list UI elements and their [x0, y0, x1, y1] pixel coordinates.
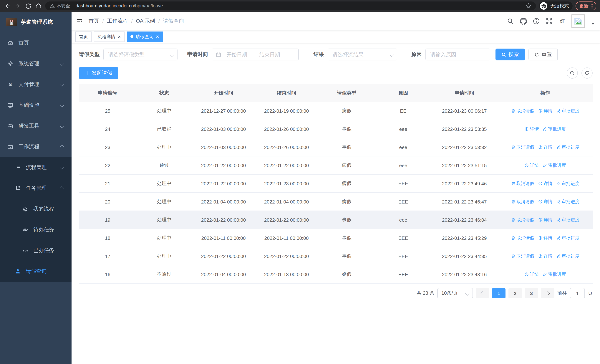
sidebar-item-process-management[interactable]: 流程管理: [0, 157, 72, 178]
dashboard-icon: [7, 40, 13, 46]
help-button[interactable]: [533, 18, 540, 25]
goto-page-input[interactable]: [570, 288, 585, 299]
detail-link[interactable]: 详情: [538, 144, 552, 150]
sidebar-item-my-process[interactable]: 我的流程: [0, 199, 72, 219]
cell-end: 2022-01-26 00:00:00: [255, 144, 318, 150]
breadcrumb-item-home[interactable]: 首页: [89, 18, 99, 24]
approval-progress-link[interactable]: 审批进度: [556, 198, 580, 205]
approval-progress-link[interactable]: 审批进度: [556, 180, 580, 187]
page-size-select[interactable]: [437, 288, 473, 299]
sidebar-item-todo-tasks[interactable]: 待办任务: [0, 219, 72, 240]
action-label: 详情: [544, 253, 552, 259]
reason-label: 原因: [411, 51, 422, 58]
result-select[interactable]: [328, 48, 397, 60]
table-row[interactable]: 21 处理中 2022-01-22 00:00:00 2022-01-23 00…: [79, 175, 593, 193]
cancel-leave-link[interactable]: 取消请假: [511, 108, 534, 114]
close-icon[interactable]: ✕: [117, 35, 121, 39]
detail-link[interactable]: 详情: [525, 126, 539, 132]
prev-page-button[interactable]: [476, 288, 489, 299]
avatar[interactable]: [572, 14, 585, 28]
approval-progress-link[interactable]: 审批进度: [556, 144, 580, 150]
table-row[interactable]: 24 已取消 2022-01-03 00:00:00 2022-01-26 00…: [79, 120, 593, 138]
avatar-caret-icon[interactable]: [591, 23, 595, 25]
browser-menu-dots-icon[interactable]: [591, 3, 593, 8]
detail-link[interactable]: 详情: [538, 217, 552, 223]
detail-link[interactable]: 详情: [538, 108, 552, 114]
font-size-button[interactable]: tT: [559, 18, 566, 25]
cancel-leave-link[interactable]: 取消请假: [511, 198, 534, 205]
cell-start: 2022-01-04 00:00:00: [192, 271, 255, 277]
address-bar[interactable]: 不安全 dashboard.yudao.iocoder.cn/bpm/oa/le…: [45, 1, 536, 10]
approval-progress-link[interactable]: 审批进度: [543, 162, 566, 168]
approval-progress-link[interactable]: 审批进度: [543, 271, 566, 278]
sidebar-item-leave-query[interactable]: 请假查询: [0, 261, 72, 282]
table-row[interactable]: 25 处理中 2021-12-27 00:00:00 2022-01-19 00…: [79, 102, 593, 120]
cancel-leave-link[interactable]: 取消请假: [511, 253, 534, 259]
date-end-input[interactable]: [256, 52, 283, 57]
detail-link[interactable]: 详情: [538, 180, 552, 187]
sidebar-collapse-button[interactable]: [76, 18, 83, 25]
reason-input[interactable]: [425, 48, 490, 60]
approval-progress-link[interactable]: 审批进度: [556, 253, 580, 259]
table-row[interactable]: 16 不通过 2022-01-04 00:00:00 2022-01-13 00…: [79, 265, 593, 284]
refresh-table-button[interactable]: [581, 67, 593, 79]
detail-link[interactable]: 详情: [538, 198, 552, 205]
close-icon[interactable]: ✕: [156, 35, 159, 39]
security-indicator[interactable]: 不安全: [50, 3, 70, 9]
create-leave-button[interactable]: 发起请假: [79, 67, 118, 79]
approval-progress-link[interactable]: 审批进度: [556, 217, 580, 223]
sidebar-item-task-management[interactable]: 任务管理: [0, 178, 72, 199]
header-search-button[interactable]: [506, 18, 514, 25]
cancel-leave-link[interactable]: 取消请假: [511, 235, 534, 241]
sidebar-item-infrastructure[interactable]: 基础设施: [0, 95, 72, 116]
browser-reload-button[interactable]: [24, 2, 32, 10]
leave-type-select[interactable]: [103, 48, 178, 60]
browser-update-button[interactable]: 更新: [576, 1, 596, 10]
table-row[interactable]: 22 通过 2022-01-22 00:00:00 2022-01-22 00:…: [79, 156, 593, 175]
sidebar-item-devtools[interactable]: 研发工具: [0, 116, 72, 136]
cancel-leave-link[interactable]: 取消请假: [511, 180, 534, 187]
action-label: 详情: [530, 271, 539, 278]
tab-leave-query[interactable]: 请假查询 ✕: [127, 31, 163, 42]
page-button-3[interactable]: 3: [525, 288, 538, 299]
table-row[interactable]: 23 处理中 2022-01-03 00:00:00 2022-01-26 00…: [79, 138, 593, 156]
approval-progress-link[interactable]: 审批进度: [543, 126, 566, 132]
cell-apply-time: 2022-01-22 23:46:04: [431, 217, 498, 223]
breadcrumb-item-workflow[interactable]: 工作流程: [107, 18, 128, 24]
cancel-leave-link[interactable]: 取消请假: [511, 144, 534, 150]
app-logo-row[interactable]: 🐰 芋道管理系统: [0, 12, 72, 33]
sidebar-item-payment[interactable]: ¥ 支付管理: [0, 74, 72, 95]
date-start-input[interactable]: [224, 52, 250, 57]
cancel-leave-link[interactable]: 取消请假: [511, 217, 534, 223]
toggle-search-button[interactable]: [567, 67, 578, 79]
table-row[interactable]: 19 处理中 2022-01-22 00:00:00 2022-01-22 00…: [79, 211, 593, 229]
sidebar-item-system[interactable]: 系统管理: [0, 53, 72, 74]
browser-home-button[interactable]: [35, 2, 42, 10]
sidebar-item-home[interactable]: 首页: [0, 33, 72, 53]
approval-progress-link[interactable]: 审批进度: [556, 235, 580, 241]
bookmark-star-icon[interactable]: [525, 3, 531, 9]
approval-progress-link[interactable]: 审批进度: [556, 108, 580, 114]
breadcrumb-item-oa[interactable]: OA 示例: [136, 18, 155, 24]
sidebar-item-workflow[interactable]: 工作流程: [0, 136, 72, 157]
detail-link[interactable]: 详情: [525, 162, 539, 168]
search-button[interactable]: 搜索: [496, 48, 525, 60]
fullscreen-button[interactable]: [545, 18, 553, 25]
page-button-1[interactable]: 1: [492, 288, 506, 299]
sidebar-item-done-tasks[interactable]: 已办任务: [0, 240, 72, 261]
tab-process-detail[interactable]: 流程详情 ✕: [94, 31, 124, 42]
table-row[interactable]: 18 处理中 2022-01-11 00:00:00 2022-01-11 00…: [79, 229, 593, 247]
page-button-2[interactable]: 2: [508, 288, 522, 299]
detail-link[interactable]: 详情: [525, 271, 539, 278]
next-page-button[interactable]: [541, 288, 554, 299]
github-link[interactable]: [520, 18, 527, 25]
browser-back-button[interactable]: [4, 2, 11, 10]
table-row[interactable]: 17 处理中 2022-01-22 00:00:00 2022-01-22 00…: [79, 247, 593, 265]
browser-forward-button[interactable]: [14, 2, 21, 10]
detail-link[interactable]: 详情: [538, 235, 552, 241]
tab-home[interactable]: 首页: [75, 31, 92, 42]
table-row[interactable]: 20 处理中 2022-01-04 00:00:00 2022-01-04 00…: [79, 193, 593, 211]
reset-button[interactable]: 重置: [528, 48, 558, 60]
apply-time-range-picker[interactable]: -: [212, 48, 299, 60]
detail-link[interactable]: 详情: [538, 253, 552, 259]
